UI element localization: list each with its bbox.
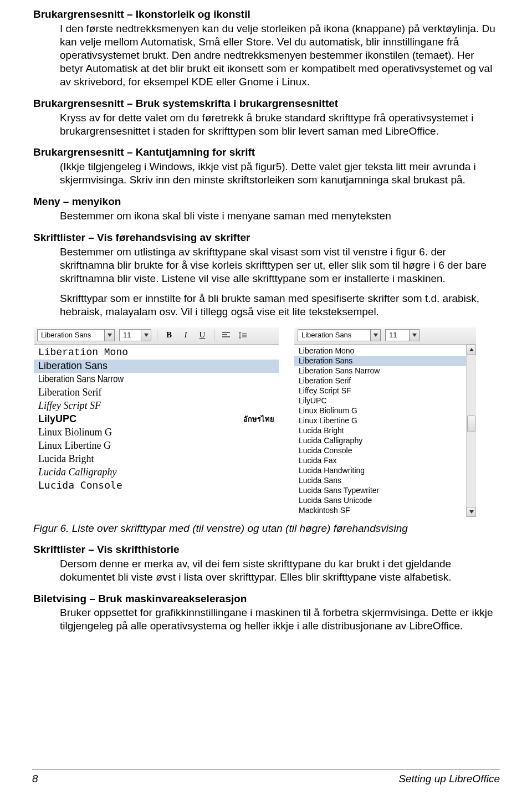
font-size-combo[interactable]: 11 [385,329,420,341]
heading: Skriftlister – Vis skrifthistorie [33,543,500,556]
body: Kryss av for dette valet om du føretrekk… [60,111,500,138]
font-list-item[interactable]: Linux Biolinum G [34,426,279,439]
font-list-item[interactable]: Liberation Mono [294,346,466,356]
font-list-item[interactable]: Liberation Mono [34,346,279,360]
bold-button[interactable]: B [163,330,175,341]
heading: Brukargrensesnitt – Kantutjamning for sk… [33,146,500,159]
font-list-item[interactable]: Lucida Sans Typewriter [294,486,466,496]
document-page: Brukargrensesnitt – Ikonstorleik og ikon… [0,0,532,633]
font-name-combo[interactable]: Liberation Sans [37,329,115,341]
font-list-item[interactable]: Liberation Serif [294,376,466,386]
scroll-track[interactable] [467,355,476,507]
font-name: Liberation Sans Narrow [38,373,124,386]
font-list-preview[interactable]: Liberation MonoLiberation SansLiberation… [34,345,279,494]
section-biletvising: Biletvising – Bruk maskinvareakselerasjo… [33,592,500,633]
toolbar: Liberation Sans 11 B I U [34,327,279,345]
section-meny: Meny – menyikon Bestemmer om ikona skal … [33,195,500,223]
toolbar: Liberation Sans 11 [294,327,476,345]
font-list-item[interactable]: Lucida Console [294,446,466,456]
scroll-down-icon[interactable] [467,507,476,517]
body: I den første nedtrekksmenyen kan du velj… [60,22,500,89]
font-name: Liberation Sans [38,360,108,372]
align-icon[interactable] [220,330,232,341]
font-name: Liberation Serif [38,386,101,399]
font-name: Linux Biolinum G [38,426,112,439]
font-list-item[interactable]: LilyUPCอักษรไทย [34,413,279,426]
font-list-item[interactable]: Lucida Bright [34,453,279,466]
separator [157,330,157,341]
font-list-item[interactable]: Liffey Script SF [294,386,466,396]
font-list-item[interactable]: Lucida Sans Unicode [294,496,466,506]
font-name: Lucida Calligraphy [38,466,117,479]
font-list-item[interactable]: Liberation Sans Narrow [34,373,279,386]
heading: Brukargrensesnitt – Ikonstorleik og ikon… [33,8,500,21]
font-list-item[interactable]: Liffey Script SF [34,399,279,413]
font-list-item[interactable]: Lucida Calligraphy [34,466,279,479]
scroll-up-icon[interactable] [467,345,476,355]
font-list-item[interactable]: Mackintosh SF [294,506,466,516]
font-list-item[interactable]: Liberation Sans Narrow [294,366,466,376]
figure-caption: Figur 6. Liste over skrifttypar med (til… [33,522,500,535]
font-size-combo[interactable]: 11 [119,329,151,341]
heading: Brukargrensesnitt – Bruk systemskrifta i… [33,97,500,110]
font-list-item[interactable]: Lucida Calligraphy [294,436,466,446]
chevron-down-icon[interactable] [409,330,419,341]
font-list-wrap: Liberation MonoLiberation SansLiberation… [294,345,476,517]
font-list-item[interactable]: Liberation Serif [34,386,279,399]
font-list-item[interactable]: Linux Libertine G [34,439,279,453]
page-number: 8 [32,772,38,786]
section-systemskrift: Brukargrensesnitt – Bruk systemskrifta i… [33,97,500,138]
font-list-item[interactable]: Lucida Handwriting [294,466,466,476]
font-list-item[interactable]: Liberation Sans [34,360,279,373]
font-name: Linux Libertine G [38,439,111,452]
font-name: Lucida Bright [38,453,94,465]
font-list-item[interactable]: Linux Libertine G [294,416,466,426]
chevron-down-icon[interactable] [104,330,114,341]
underline-button[interactable]: U [196,330,208,341]
font-list-item[interactable]: Lucida Console [34,479,279,493]
body: Bruker oppsettet for grafikkinnstillinga… [60,606,500,633]
font-list-item[interactable]: Liberation Sans [294,356,466,366]
font-list-item[interactable]: LilyUPC [294,396,466,406]
heading: Biletvising – Bruk maskinvareakselerasjo… [33,592,500,606]
body: Bestemmer om ikona skal bli viste i meny… [60,209,500,223]
chevron-down-icon[interactable] [141,330,151,341]
font-preview-panel: Liberation Sans 11 B I U Liberation Mono… [33,327,279,494]
font-name: Lucida Console [38,479,122,492]
page-footer: 8 Setting up LibreOffice [32,770,500,786]
section-kantutjamning: Brukargrensesnitt – Kantutjamning for sk… [33,146,500,187]
font-sample: อักษรไทย [243,415,274,424]
font-list-item[interactable]: Lucida Fax [294,456,466,466]
font-list-item[interactable]: Lucida Bright [294,426,466,436]
font-name-combo[interactable]: Liberation Sans [298,329,381,341]
font-list-plain[interactable]: Liberation MonoLiberation SansLiberation… [294,345,466,517]
heading: Skriftlister – Vis førehandsvising av sk… [33,231,500,244]
font-size-value: 11 [386,331,409,340]
section-skriftlister: Skriftlister – Vis førehandsvising av sk… [33,231,500,319]
separator [214,330,214,341]
body: Bestemmer om utlistinga av skrifttypane … [60,245,500,319]
font-size-value: 11 [120,331,141,340]
spacing-icon[interactable] [237,330,249,341]
font-name: LilyUPC [38,413,76,425]
font-name-value: Liberation Sans [298,331,370,340]
scroll-thumb[interactable] [467,416,475,432]
footer-title: Setting up LibreOffice [398,772,500,786]
body: Dersom denne er merka av, vil dei fem si… [60,557,500,584]
scrollbar[interactable] [466,345,476,517]
section-skrifthistorie: Skriftlister – Vis skrifthistorie Dersom… [33,543,500,584]
font-name: Liffey Script SF [38,399,101,412]
font-name-value: Liberation Sans [38,331,104,340]
heading: Meny – menyikon [33,195,500,208]
font-plain-panel: Liberation Sans 11 Liberation MonoLibera… [294,327,477,517]
figure-6: Liberation Sans 11 B I U Liberation Mono… [33,327,500,517]
section-ikon: Brukargrensesnitt – Ikonstorleik og ikon… [33,8,500,89]
body: (Ikkje tilgjengeleg i Windows, ikkje vis… [60,160,500,187]
chevron-down-icon[interactable] [370,330,380,341]
font-name: Liberation Mono [38,346,128,359]
font-list-item[interactable]: Lucida Sans [294,476,466,486]
font-list-item[interactable]: Linux Biolinum G [294,406,466,416]
italic-button[interactable]: I [180,330,192,341]
